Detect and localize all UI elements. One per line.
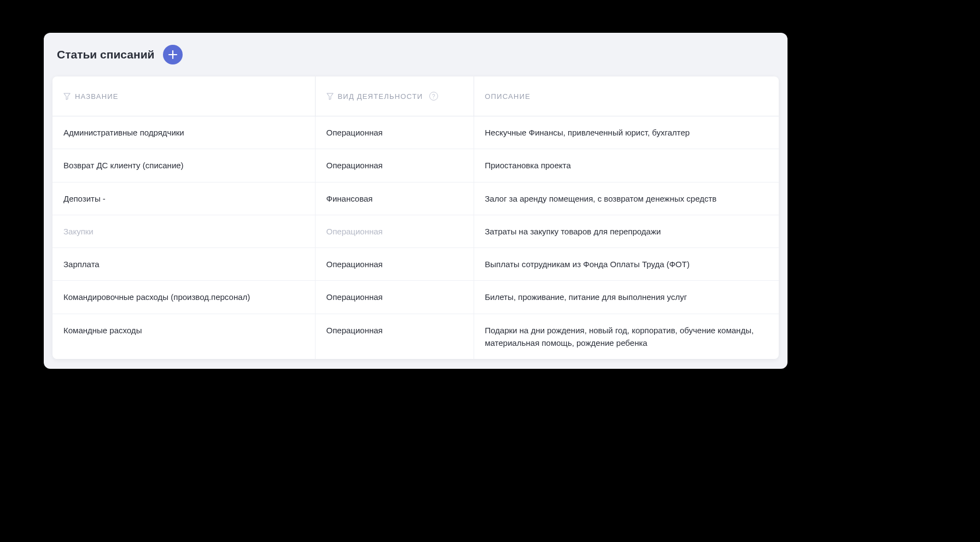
- cell-type: Операционная: [315, 281, 474, 314]
- cell-desc: Подарки на дни рождения, новый год, корп…: [474, 314, 779, 359]
- filter-icon: [326, 93, 334, 100]
- table-header-row: НАЗВАНИЕ ВИД ДЕЯТЕЛЬНОСТИ ?: [52, 76, 779, 116]
- cell-desc: Билеты, проживание, питание для выполнен…: [474, 281, 779, 314]
- cell-name: Административные подрядчики: [52, 116, 315, 149]
- add-button[interactable]: [163, 45, 183, 64]
- cell-name: Закупки: [52, 215, 315, 248]
- table-row[interactable]: Командные расходыОперационнаяПодарки на …: [52, 314, 779, 359]
- column-header-name[interactable]: НАЗВАНИЕ: [52, 76, 315, 116]
- cell-desc: Затраты на закупку товаров для перепрода…: [474, 215, 779, 248]
- cell-type: Операционная: [315, 314, 474, 359]
- cell-name: Возврат ДС клиенту (списание): [52, 149, 315, 182]
- panel-header: Статьи списаний: [44, 33, 788, 76]
- cell-name: Депозиты -: [52, 182, 315, 215]
- column-label: ОПИСАНИЕ: [485, 92, 531, 101]
- table-row[interactable]: ЗарплатаОперационнаяВыплаты сотрудникам …: [52, 248, 779, 281]
- filter-icon: [63, 93, 71, 100]
- writeoff-articles-panel: Статьи списаний НА: [44, 33, 788, 369]
- cell-type: Операционная: [315, 215, 474, 248]
- cell-name: Зарплата: [52, 248, 315, 281]
- plus-icon: [168, 50, 178, 60]
- cell-type: Операционная: [315, 116, 474, 149]
- cell-name: Командировочные расходы (производ.персон…: [52, 281, 315, 314]
- cell-type: Операционная: [315, 248, 474, 281]
- cell-desc: Приостановка проекта: [474, 149, 779, 182]
- table-row[interactable]: Административные подрядчикиОперационнаяН…: [52, 116, 779, 149]
- cell-desc: Выплаты сотрудникам из Фонда Оплаты Труд…: [474, 248, 779, 281]
- column-header-type[interactable]: ВИД ДЕЯТЕЛЬНОСТИ ?: [315, 76, 474, 116]
- table-row[interactable]: ЗакупкиОперационнаяЗатраты на закупку то…: [52, 215, 779, 248]
- column-label: ВИД ДЕЯТЕЛЬНОСТИ: [338, 92, 423, 101]
- cell-desc: Нескучные Финансы, привлеченный юрист, б…: [474, 116, 779, 149]
- table-row[interactable]: Возврат ДС клиенту (списание)Операционна…: [52, 149, 779, 182]
- table-row[interactable]: Командировочные расходы (производ.персон…: [52, 281, 779, 314]
- cell-name: Командные расходы: [52, 314, 315, 359]
- table-row[interactable]: Депозиты -ФинансоваяЗалог за аренду поме…: [52, 182, 779, 215]
- table-container: НАЗВАНИЕ ВИД ДЕЯТЕЛЬНОСТИ ?: [52, 76, 779, 359]
- panel-title: Статьи списаний: [57, 48, 154, 61]
- cell-desc: Залог за аренду помещения, с возвратом д…: [474, 182, 779, 215]
- cell-type: Финансовая: [315, 182, 474, 215]
- help-icon[interactable]: ?: [429, 92, 438, 101]
- column-label: НАЗВАНИЕ: [75, 92, 119, 101]
- cell-type: Операционная: [315, 149, 474, 182]
- column-header-desc: ОПИСАНИЕ: [474, 76, 779, 116]
- articles-table: НАЗВАНИЕ ВИД ДЕЯТЕЛЬНОСТИ ?: [52, 76, 779, 359]
